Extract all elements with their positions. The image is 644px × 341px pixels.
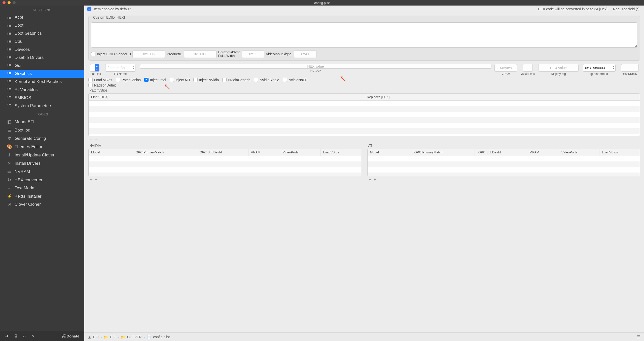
inject-ati-checkbox[interactable] bbox=[170, 78, 174, 82]
nvidia-noefi-checkbox[interactable] bbox=[283, 78, 287, 82]
sidebar: SECTIONS Acpi Boot Boot Graphics Cpu Dev… bbox=[0, 6, 84, 341]
inject-nvidia-checkbox[interactable] bbox=[193, 78, 198, 82]
col-loadvbios[interactable]: LoadVBios bbox=[599, 149, 640, 156]
list-icon bbox=[8, 72, 11, 75]
sidebar-item-gui[interactable]: Gui bbox=[0, 62, 84, 70]
col-vram[interactable]: VRAM bbox=[527, 149, 559, 156]
tool-clover-cloner[interactable]: ⎘Clover Cloner bbox=[0, 200, 84, 208]
app-window: config.plist SECTIONS Acpi Boot Boot Gra… bbox=[0, 0, 644, 341]
nvidia-add-button[interactable]: + bbox=[95, 177, 97, 182]
crumb-efi[interactable]: EFI bbox=[110, 335, 116, 339]
tool-mount-efi[interactable]: ◧Mount EFI bbox=[0, 118, 84, 126]
col-model[interactable]: Model bbox=[368, 149, 411, 156]
fb-name-combo[interactable]: framebuffer ▲▼ bbox=[105, 64, 135, 72]
sidebar-item-kernel-kext[interactable]: Kernel and Kext Patches bbox=[0, 78, 84, 86]
dual-link-stepper[interactable]: ▲▼ bbox=[90, 64, 99, 72]
col-iopciprimary[interactable]: IOPCIPrimaryMatch bbox=[411, 149, 475, 156]
export-icon[interactable]: ⎙ bbox=[15, 333, 17, 338]
list-icon bbox=[8, 24, 11, 27]
inject-intel-checkbox[interactable] bbox=[144, 78, 149, 82]
folder-icon: 📁 bbox=[104, 335, 108, 339]
nvidia-table: Model IOPCIPrimaryMatch IOPCISubDevId VR… bbox=[88, 149, 361, 176]
sidebar-item-boot[interactable]: Boot bbox=[0, 21, 84, 29]
remove-row-button[interactable]: − bbox=[90, 137, 92, 142]
menu-icon[interactable]: ☰ bbox=[637, 334, 640, 339]
minimize-icon[interactable] bbox=[8, 1, 11, 4]
tool-text-mode[interactable]: ≡Text Mode bbox=[0, 184, 84, 192]
sidebar-item-smbios[interactable]: SMBIOS bbox=[0, 94, 84, 102]
ig-platform-combo[interactable]: 0x3E980003 ▲▼ bbox=[583, 64, 616, 72]
custom-edid-group: Custom EDID [HEX] Inject EDID VendorID P… bbox=[88, 16, 640, 61]
col-replace[interactable]: Replace* [HEX] bbox=[364, 94, 640, 100]
sidebar-sections-header: SECTIONS bbox=[0, 6, 84, 13]
home-icon[interactable]: ⌂ bbox=[23, 333, 26, 338]
col-iopcisub[interactable]: IOPCISubDevId bbox=[475, 149, 527, 156]
patchvbios-body[interactable] bbox=[89, 101, 640, 136]
sidebar-item-cpu[interactable]: Cpu bbox=[0, 37, 84, 46]
nvidia-remove-button[interactable]: − bbox=[90, 177, 92, 182]
sidebar-tools-header: TOOLS bbox=[0, 110, 84, 118]
breadcrumb: ▣ EFI › 📁 EFI › 📁 CLOVER › 📄 config.plis… bbox=[84, 332, 644, 341]
tool-nvram[interactable]: ▭NVRAM bbox=[0, 167, 84, 176]
add-row-button[interactable]: + bbox=[95, 137, 97, 142]
tool-boot-log[interactable]: ≣Boot.log bbox=[0, 126, 84, 134]
import-icon[interactable]: ➜ bbox=[5, 333, 9, 339]
sidebar-item-system-parameters[interactable]: System Parameters bbox=[0, 102, 84, 110]
product-id-input[interactable] bbox=[184, 50, 217, 58]
tool-kexts-installer[interactable]: ⚡Kexts Installer bbox=[0, 192, 84, 200]
ati-body[interactable] bbox=[368, 156, 640, 176]
tool-install-drivers[interactable]: ✕Install Drivers bbox=[0, 159, 84, 167]
ati-legend: ATI bbox=[367, 143, 640, 149]
ati-remove-button[interactable]: − bbox=[369, 177, 371, 182]
sidebar-item-rt-variables[interactable]: Rt Variables bbox=[0, 86, 84, 94]
share-icon[interactable]: < bbox=[32, 333, 34, 338]
crumb-clover[interactable]: CLOVER bbox=[127, 335, 142, 339]
donate-button[interactable]: PayPalDonate bbox=[62, 334, 79, 338]
dual-link-label: Dual Link bbox=[88, 72, 101, 76]
col-videoports[interactable]: VideoPorts bbox=[280, 149, 321, 156]
zoom-icon[interactable] bbox=[13, 1, 16, 4]
nvidia-body[interactable] bbox=[89, 156, 361, 176]
load-vbios-checkbox[interactable] bbox=[88, 78, 93, 82]
sidebar-item-acpi[interactable]: Acpi bbox=[0, 13, 84, 21]
crumb-file[interactable]: config.plist bbox=[153, 335, 170, 339]
col-vram[interactable]: VRAM bbox=[248, 149, 280, 156]
inject-edid-checkbox[interactable] bbox=[91, 52, 95, 56]
display-cfg-input[interactable] bbox=[538, 64, 579, 72]
tool-hex-converter[interactable]: ↻HEX converter bbox=[0, 176, 84, 184]
patch-vbios-checkbox[interactable] bbox=[116, 78, 120, 82]
close-icon[interactable] bbox=[3, 1, 6, 4]
radeon-deinit-checkbox[interactable] bbox=[88, 83, 93, 87]
boot-display-input[interactable] bbox=[621, 64, 639, 72]
sidebar-item-devices[interactable]: Devices bbox=[0, 46, 84, 54]
col-videoports[interactable]: VideoPorts bbox=[559, 149, 599, 156]
col-loadvbios[interactable]: LoadVBios bbox=[321, 149, 361, 156]
col-find[interactable]: Find* [HEX] bbox=[89, 94, 364, 100]
vendor-id-input[interactable] bbox=[132, 50, 165, 58]
tool-themes-editor[interactable]: 🎨Themes Editor bbox=[0, 143, 84, 151]
custom-edid-textarea[interactable] bbox=[91, 22, 637, 48]
refresh-icon: ↻ bbox=[7, 177, 12, 183]
sidebar-item-disable-drivers[interactable]: Disable Drivers bbox=[0, 54, 84, 62]
tool-install-clover[interactable]: ⤓Install/Update Clover bbox=[0, 151, 84, 159]
tool-generate-config[interactable]: ✲Generate Config bbox=[0, 134, 84, 143]
videoinput-input[interactable] bbox=[294, 50, 316, 58]
vram-input[interactable] bbox=[494, 64, 517, 72]
nvcap-input[interactable] bbox=[140, 64, 491, 69]
nvidia-generic-checkbox[interactable] bbox=[222, 78, 227, 82]
hsync-label: HorizontalSyncPulseWidth bbox=[218, 51, 240, 58]
crumb-efi-vol[interactable]: EFI bbox=[93, 335, 99, 339]
hsync-input[interactable] bbox=[242, 50, 264, 58]
ati-add-button[interactable]: + bbox=[374, 177, 376, 182]
col-model[interactable]: Model bbox=[89, 149, 132, 156]
nvidia-single-checkbox[interactable] bbox=[254, 78, 258, 82]
sidebar-item-boot-graphics[interactable]: Boot Graphics bbox=[0, 29, 84, 37]
col-iopcisub[interactable]: IOPCISubDevId bbox=[196, 149, 248, 156]
copy-icon: ⎘ bbox=[7, 202, 12, 207]
patchvbios-legend: PatchVBios bbox=[88, 87, 640, 93]
sidebar-item-graphics[interactable]: Graphics bbox=[0, 70, 84, 78]
display-cfg-label: Display-cfg bbox=[551, 72, 566, 76]
col-iopciprimary[interactable]: IOPCIPrimaryMatch bbox=[132, 149, 196, 156]
traffic-lights bbox=[0, 1, 16, 4]
video-ports-input[interactable] bbox=[523, 64, 533, 72]
